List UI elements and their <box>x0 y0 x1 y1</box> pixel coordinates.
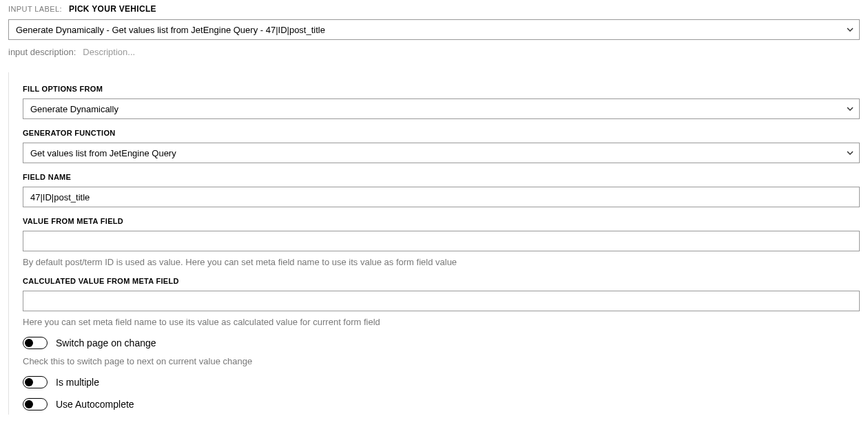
main-summary-select[interactable]: Generate Dynamically - Get values list f… <box>8 19 860 40</box>
input-label-caption: INPUT LABEL: <box>8 5 62 13</box>
input-description-placeholder: Description... <box>83 47 135 57</box>
generator-function-value: Get values list from JetEngine Query <box>30 148 176 158</box>
value-from-meta-label: VALUE FROM META FIELD <box>23 217 860 225</box>
switch-page-row: Switch page on change <box>23 337 860 349</box>
generator-function-select[interactable]: Get values list from JetEngine Query <box>23 143 860 163</box>
field-settings-panel: FILL OPTIONS FROM Generate Dynamically G… <box>8 72 860 415</box>
switch-page-label: Switch page on change <box>56 337 156 348</box>
calculated-value-label: CALCULATED VALUE FROM META FIELD <box>23 277 860 285</box>
main-summary-text: Generate Dynamically - Get values list f… <box>16 25 325 35</box>
field-name-group: FIELD NAME 47|ID|post_title <box>23 173 860 207</box>
fill-options-from-value: Generate Dynamically <box>30 104 118 114</box>
input-label-row: INPUT LABEL: PICK YOUR VEHICLE <box>8 4 860 14</box>
use-autocomplete-label: Use Autocomplete <box>56 399 134 410</box>
use-autocomplete-row: Use Autocomplete <box>23 398 860 410</box>
field-name-input[interactable]: 47|ID|post_title <box>23 187 860 207</box>
fill-options-from-label: FILL OPTIONS FROM <box>23 85 860 93</box>
field-name-value: 47|ID|post_title <box>30 192 90 202</box>
is-multiple-row: Is multiple <box>23 376 860 388</box>
input-description-caption: input description: <box>8 47 76 57</box>
chevron-down-icon <box>847 151 854 155</box>
is-multiple-label: Is multiple <box>56 377 99 388</box>
fill-options-from-select[interactable]: Generate Dynamically <box>23 98 860 119</box>
switch-page-toggle[interactable] <box>23 337 48 349</box>
calculated-value-input[interactable] <box>23 291 860 311</box>
generator-function-label: GENERATOR FUNCTION <box>23 129 860 137</box>
field-name-label: FIELD NAME <box>23 173 860 181</box>
input-description-row[interactable]: input description: Description... <box>8 47 860 57</box>
calculated-value-help: Here you can set meta field name to use … <box>23 317 860 327</box>
value-from-meta-group: VALUE FROM META FIELD By default post/te… <box>23 217 860 267</box>
value-from-meta-help: By default post/term ID is used as value… <box>23 257 860 267</box>
use-autocomplete-toggle[interactable] <box>23 398 48 410</box>
calculated-value-group: CALCULATED VALUE FROM META FIELD Here yo… <box>23 277 860 327</box>
chevron-down-icon <box>847 28 854 32</box>
is-multiple-toggle[interactable] <box>23 376 48 388</box>
input-label-value[interactable]: PICK YOUR VEHICLE <box>69 4 156 14</box>
value-from-meta-input[interactable] <box>23 231 860 251</box>
chevron-down-icon <box>847 107 854 111</box>
generator-function-group: GENERATOR FUNCTION Get values list from … <box>23 129 860 163</box>
switch-page-help: Check this to switch page to next on cur… <box>23 356 860 366</box>
fill-options-from-group: FILL OPTIONS FROM Generate Dynamically <box>23 85 860 119</box>
